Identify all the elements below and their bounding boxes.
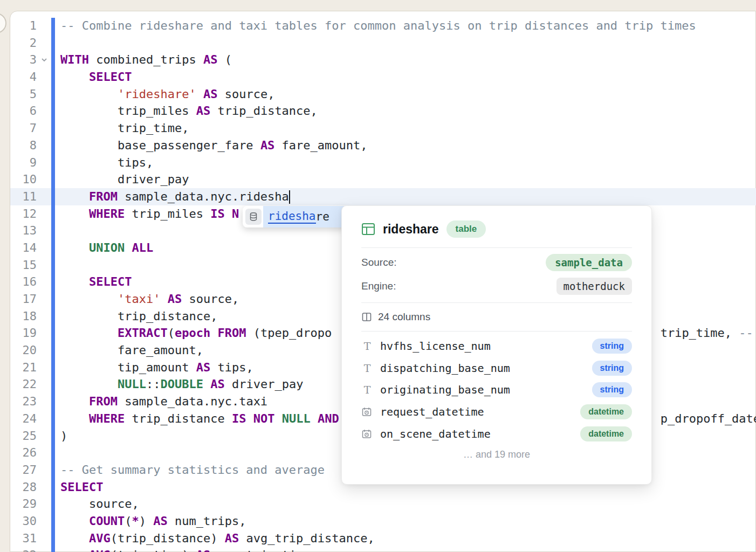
line-number: 27 bbox=[11, 461, 37, 479]
column-type-badge: string bbox=[592, 339, 632, 354]
text-type-icon: T bbox=[361, 362, 373, 374]
source-label: Source: bbox=[361, 257, 396, 268]
line-number: 12 bbox=[11, 205, 37, 223]
line-number: 23 bbox=[11, 393, 37, 410]
line-number: 14 bbox=[11, 239, 37, 257]
autocomplete-match-text: ridesha bbox=[268, 210, 316, 224]
cell-gutter-bar bbox=[51, 18, 55, 552]
line-number: 2 bbox=[11, 34, 37, 52]
column-type-badge: datetime bbox=[580, 426, 632, 441]
code-line-10[interactable]: driver_pay bbox=[60, 171, 756, 188]
column-name: on_scene_datetime bbox=[380, 427, 491, 440]
sql-editor-screen: 1234567891011121314151617181920212223242… bbox=[0, 0, 756, 552]
line-number: 16 bbox=[11, 273, 37, 291]
column-row: Tdispatching_base_numstring bbox=[361, 357, 632, 380]
code-line-5[interactable]: 'rideshare' AS source, bbox=[60, 86, 756, 103]
column-name: dispatching_base_num bbox=[380, 362, 510, 375]
table-name: rideshare bbox=[383, 222, 439, 237]
table-type-badge: table bbox=[446, 220, 486, 238]
text-type-icon: T bbox=[361, 384, 373, 396]
line-number: 21 bbox=[11, 359, 37, 376]
line-number-gutter: 1234567891011121314151617181920212223242… bbox=[11, 17, 37, 552]
table-icon bbox=[361, 222, 375, 236]
text-type-icon: T bbox=[361, 340, 373, 352]
line-number: 22 bbox=[11, 376, 37, 393]
line-number: 24 bbox=[11, 410, 37, 427]
more-columns-label: … and 19 more bbox=[361, 449, 632, 460]
line-number: 8 bbox=[11, 137, 37, 154]
line-number: 19 bbox=[11, 325, 37, 342]
autocomplete-item-rideshare[interactable]: rideshare bbox=[263, 206, 347, 227]
column-row: Thvfhs_license_numstring bbox=[361, 335, 632, 357]
autocomplete-popup: rideshare bbox=[243, 206, 347, 227]
column-row: on_scene_datetimedatetime bbox=[361, 423, 632, 445]
divider bbox=[361, 247, 632, 248]
column-row: Toriginating_base_numstring bbox=[361, 379, 632, 401]
line-number: 28 bbox=[11, 479, 37, 496]
divider bbox=[361, 331, 632, 332]
calendar-clock-icon bbox=[361, 406, 373, 417]
database-icon bbox=[245, 209, 262, 225]
line-number: 29 bbox=[11, 495, 37, 513]
code-line-9[interactable]: tips, bbox=[60, 154, 756, 171]
code-line-32[interactable]: AVG(trip_time) AS avg_trip_time, bbox=[60, 547, 756, 552]
table-info-card: rideshare table Source: sample_data Engi… bbox=[341, 205, 652, 485]
edge-partial-button[interactable] bbox=[0, 13, 6, 33]
code-line-29[interactable]: source, bbox=[60, 495, 756, 513]
column-name: hvfhs_license_num bbox=[380, 340, 491, 353]
line-number: 9 bbox=[11, 154, 37, 171]
line-number: 5 bbox=[11, 86, 37, 103]
code-line-7[interactable]: trip_time, bbox=[60, 120, 756, 137]
line-number: 10 bbox=[11, 171, 37, 188]
line-number: 18 bbox=[11, 308, 37, 325]
line-number: 7 bbox=[11, 120, 37, 137]
divider bbox=[361, 302, 632, 303]
line-number: 20 bbox=[11, 342, 37, 359]
column-type-badge: datetime bbox=[580, 404, 632, 419]
code-line-8[interactable]: base_passenger_fare AS fare_amount, bbox=[60, 137, 756, 154]
line-number: 32 bbox=[11, 547, 37, 552]
column-type-badge: string bbox=[592, 361, 632, 376]
code-line-3[interactable]: WITH combined_trips AS ( bbox=[60, 51, 756, 68]
column-name: request_datetime bbox=[380, 405, 484, 418]
code-line-4[interactable]: SELECT bbox=[60, 68, 756, 86]
columns-icon bbox=[361, 312, 372, 322]
source-badge: sample_data bbox=[546, 254, 632, 271]
line-number: 26 bbox=[11, 444, 37, 461]
code-line-31[interactable]: AVG(trip_distance) AS avg_trip_distance, bbox=[60, 530, 756, 547]
line-number: 6 bbox=[11, 102, 37, 120]
line-number: 13 bbox=[11, 222, 37, 239]
engine-label: Engine: bbox=[361, 280, 396, 292]
column-row: request_datetimedatetime bbox=[361, 401, 632, 423]
code-line-11[interactable]: FROM sample_data.nyc.ridesha bbox=[60, 188, 756, 205]
line-number: 31 bbox=[11, 530, 37, 547]
column-name: originating_base_num bbox=[380, 383, 510, 396]
engine-badge: motherduck bbox=[556, 278, 632, 295]
column-list: Thvfhs_license_numstringTdispatching_bas… bbox=[361, 335, 632, 445]
line-number: 3 bbox=[11, 51, 37, 68]
fold-chevron-icon[interactable] bbox=[40, 56, 49, 64]
line-number: 11 bbox=[11, 188, 37, 205]
code-line-30[interactable]: COUNT(*) AS num_trips, bbox=[60, 513, 756, 530]
code-line-2[interactable] bbox=[60, 34, 756, 52]
line-number: 17 bbox=[11, 291, 37, 308]
columns-count: 24 columns bbox=[378, 311, 430, 323]
code-line-1[interactable]: -- Combine rideshare and taxi tables for… bbox=[60, 17, 756, 34]
line-number: 4 bbox=[11, 68, 37, 86]
line-number: 15 bbox=[11, 257, 37, 274]
cursor-caret bbox=[289, 190, 290, 204]
calendar-clock-icon bbox=[361, 429, 373, 439]
autocomplete-rest-text: re bbox=[316, 210, 329, 223]
code-line-6[interactable]: trip_miles AS trip_distance, bbox=[60, 102, 756, 120]
line-number: 1 bbox=[11, 17, 37, 34]
line-number: 25 bbox=[11, 427, 37, 445]
line-number: 30 bbox=[11, 513, 37, 530]
column-type-badge: string bbox=[592, 382, 632, 397]
